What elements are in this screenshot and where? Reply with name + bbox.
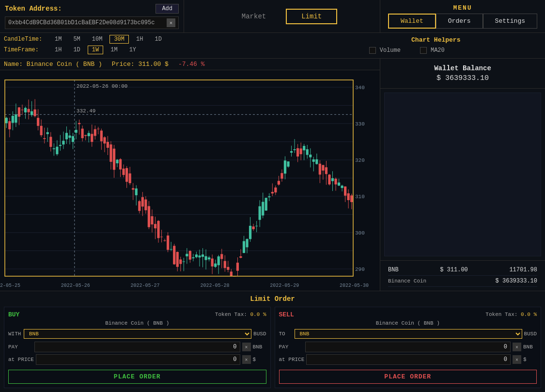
menu-label: MENU xyxy=(453,4,472,12)
sell-coin-subtitle: Binance Coin ( BNB ) xyxy=(279,320,537,326)
wallet-balance-amount: $ 3639333.10 xyxy=(388,74,537,82)
clear-token-button[interactable]: × xyxy=(167,18,175,27)
token-symbol: BNB xyxy=(388,267,399,273)
candle-30m[interactable]: 30M xyxy=(109,35,129,44)
sell-price-input[interactable] xyxy=(306,354,511,365)
order-type-section: Market Limit xyxy=(184,0,380,32)
buy-price-input[interactable] xyxy=(36,354,240,365)
buy-order-panel: BUY Token Tax: 0.0 % Binance Coin ( BNB … xyxy=(4,307,271,388)
wallet-token-info: BNB $ 311.00 11701.98 Binance Coin $ 363… xyxy=(380,260,545,291)
buy-from-currency: BUSD xyxy=(253,331,266,337)
buy-from-token-select[interactable]: BNB xyxy=(24,329,251,339)
sell-order-panel: SELL Token Tax: 0.0 % Binance Coin ( BNB… xyxy=(275,307,542,388)
wallet-balance-section: Wallet Balance $ 3639333.10 xyxy=(380,59,545,89)
tf-1w[interactable]: 1W xyxy=(88,46,103,54)
candle-1d[interactable]: 1D xyxy=(150,35,166,44)
buy-price-clear[interactable]: × xyxy=(242,355,251,364)
coin-info-bar: Name: Binance Coin ( BNB ) Price: 311.00… xyxy=(0,59,380,70)
sell-price-clear[interactable]: × xyxy=(513,355,521,364)
candle-1h[interactable]: 1H xyxy=(132,35,147,44)
token-address-value: 0xbb4CdB9CBd36B01bD1cBaEBF2De08d9173bc09… xyxy=(8,19,167,26)
limit-order-button[interactable]: Limit xyxy=(286,9,337,24)
candle-10m[interactable]: 10M xyxy=(88,35,107,44)
price-change: -7.46 % xyxy=(178,61,205,68)
settings-nav-button[interactable]: Settings xyxy=(483,14,537,29)
sell-pay-unit: BNB xyxy=(523,344,537,350)
wallet-chart-area xyxy=(384,93,541,256)
wallet-panel: Wallet Balance $ 3639333.10 BNB $ 311.00… xyxy=(380,59,545,291)
tf-1d[interactable]: 1D xyxy=(69,46,84,54)
wallet-nav-button[interactable]: Wallet xyxy=(388,14,436,29)
candle-1m[interactable]: 1M xyxy=(50,35,66,44)
chart-panel: Name: Binance Coin ( BNB ) Price: 311.00… xyxy=(0,59,380,291)
candlestick-chart-area[interactable] xyxy=(0,70,380,291)
limit-order-title: Limit Order xyxy=(4,295,541,303)
buy-pay-unit: BNB xyxy=(253,344,266,350)
coin-price: Price: 311.00 $ xyxy=(112,61,169,68)
candle-time-label: CandleTime: xyxy=(4,36,47,43)
sell-tax-label: Token Tax: 0.0 % xyxy=(485,312,537,317)
sell-pay-input[interactable] xyxy=(305,342,511,352)
token-usd-value: $ 3639333.10 xyxy=(496,278,537,284)
sell-to-token-select[interactable]: BNB xyxy=(295,329,522,339)
orders-nav-button[interactable]: Orders xyxy=(436,14,483,29)
add-token-button[interactable]: Add xyxy=(156,4,179,14)
to-label: TO xyxy=(279,331,293,337)
ma20-checkbox[interactable] xyxy=(420,47,427,54)
token-price: $ 311.00 xyxy=(440,267,468,273)
sell-label: SELL xyxy=(279,311,294,318)
token-row: BNB $ 311.00 11701.98 xyxy=(388,265,537,276)
tf-1m[interactable]: 1M xyxy=(106,46,122,54)
sell-pay-label: PAY xyxy=(279,344,303,350)
limit-order-section: Limit Order BUY Token Tax: 0.0 % Binance… xyxy=(0,291,545,392)
sell-place-order-button[interactable]: PLACE ORDER xyxy=(279,370,537,384)
sell-price-label: at PRICE xyxy=(279,357,305,362)
tf-1y[interactable]: 1Y xyxy=(125,46,140,54)
ma20-label: MA20 xyxy=(431,47,445,54)
token-section: Token Address: Add 0xbb4CdB9CBd36B01bD1c… xyxy=(0,0,184,32)
buy-pay-label: PAY xyxy=(8,344,32,350)
wallet-balance-title: Wallet Balance xyxy=(388,64,537,72)
buy-tax-label: Token Tax: 0.0 % xyxy=(215,312,266,317)
token-full-name: Binance Coin xyxy=(388,278,426,284)
buy-label: BUY xyxy=(8,311,19,318)
buy-price-label: at PRICE xyxy=(8,357,34,362)
sell-price-currency: $ xyxy=(523,357,537,362)
timeframe-label: TimeFrame: xyxy=(4,47,47,53)
token-amount: 11701.98 xyxy=(509,267,537,273)
token-full-row: Binance Coin $ 3639333.10 xyxy=(388,276,537,287)
coin-name: Name: Binance Coin ( BNB ) xyxy=(4,61,102,68)
chart-controls: CandleTime: 1M 5M 10M 30M 1H 1D Chart He… xyxy=(0,33,545,59)
sell-pay-clear[interactable]: × xyxy=(513,343,521,351)
sell-to-currency: BUSD xyxy=(524,331,537,337)
ma20-helper[interactable]: MA20 xyxy=(420,47,445,54)
with-label: WITH xyxy=(8,331,22,337)
buy-pay-clear[interactable]: × xyxy=(242,343,251,351)
volume-checkbox[interactable] xyxy=(369,47,376,54)
tf-1h[interactable]: 1H xyxy=(50,46,66,54)
buy-place-order-button[interactable]: PLACE ORDER xyxy=(8,370,266,384)
volume-label: Volume xyxy=(380,47,401,54)
nav-section: MENU Wallet Orders Settings xyxy=(380,0,545,32)
candle-5m[interactable]: 5M xyxy=(69,35,84,44)
buy-pay-input[interactable] xyxy=(34,342,240,352)
token-address-label: Token Address: xyxy=(5,5,62,13)
buy-coin-subtitle: Binance Coin ( BNB ) xyxy=(8,320,266,326)
volume-helper[interactable]: Volume xyxy=(369,47,401,54)
chart-helpers-title: Chart Helpers xyxy=(411,36,460,44)
buy-price-currency: $ xyxy=(253,357,266,362)
market-order-button[interactable]: Market xyxy=(227,9,281,24)
